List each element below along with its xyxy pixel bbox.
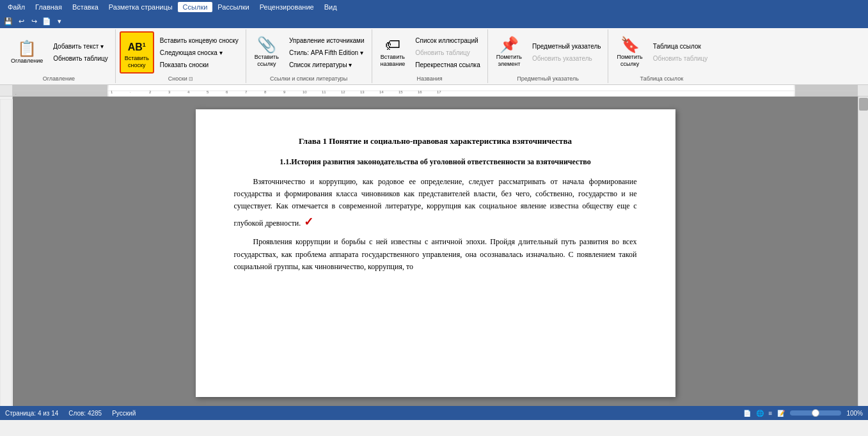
btn-toa-label: Таблица ссылок [653,43,701,50]
btn-update-toa-label: Обновить таблицу [653,55,708,62]
btn-show-footnotes-label: Показать сноски [160,61,209,68]
menu-item-page-layout[interactable]: Разметка страницы [104,2,178,12]
ribbon-group-footnotes: AB1 Вставитьсноску Вставить концевую сно… [116,29,246,83]
svg-text:·: · [15,92,17,96]
toa-group-content: 🔖 Пометитьссылку Таблица ссылок Обновить… [612,31,711,74]
btn-update-index-grayed[interactable]: Обновить указатель [529,53,604,64]
btn-insert-footnote[interactable]: AB1 Вставитьсноску [120,31,154,74]
menu-item-home[interactable]: Главная [30,2,67,12]
menu-item-view[interactable]: Вид [319,2,342,12]
btn-show-footnotes[interactable]: Показать сноски [157,59,242,70]
index-icon: 📌 [500,37,519,52]
left-ruler-panel [0,97,13,406]
btn-bibliography[interactable]: Список литературы ▾ [286,59,368,70]
btn-insert-citation-label: Вставитьссылку [255,54,279,68]
index-small-buttons: Предметный указатель Обновить указатель [529,41,604,64]
toa-group-label: Таблица ссылок [640,74,684,82]
menu-item-references[interactable]: Ссылки [178,2,213,12]
ribbon-group-toc: 📋 Оглавление Добавить текст ▾ Обновить т… [3,29,116,83]
ruler-area: · 1 · 2 3 4 5 6 7 8 9 10 11 12 13 14 15 [0,85,868,97]
captions-group-content: 🏷 Вставитьназвание Список иллюстраций Об… [376,31,484,74]
footnotes-group-content: AB1 Вставитьсноску Вставить концевую сно… [120,31,242,74]
main-area: Глава 1 Понятие и социально-правовая хар… [0,97,868,406]
caption-icon: 🏷 [385,37,400,52]
view-outline-icon[interactable]: ≡ [769,410,773,417]
toa-small-buttons: Таблица ссылок Обновить таблицу [650,41,711,64]
citations-group-content: 📎 Вставитьссылку Управление источниками … [250,31,368,74]
svg-text:15: 15 [398,90,403,94]
btn-insert-toa[interactable]: Таблица ссылок [650,41,711,52]
btn-bibliography-label: Список литературы ▾ [289,61,352,68]
ribbon-group-table-of-authorities: 🔖 Пометитьссылку Таблица ссылок Обновить… [608,29,714,83]
ruler-left-side [0,85,13,96]
qat-redo[interactable]: ↪ [28,15,40,27]
btn-next-footnote[interactable]: Следующая сноска ▾ [157,47,242,58]
qat-new[interactable]: 📄 [41,15,52,27]
qat-dropdown[interactable]: ▾ [54,15,65,27]
menu-item-review[interactable]: Рецензирование [255,2,319,12]
footnotes-expand-icon[interactable]: ⊡ [189,76,193,82]
doc-paragraph-1: Взяточничество и коррупцию, как родовое … [234,176,637,231]
btn-update-toc-label: Обновить таблицу [53,55,108,62]
btn-cross-reference[interactable]: Перекрестная ссылка [412,59,483,70]
citation-small-buttons: Управление источниками Стиль: APA Fifth … [286,35,368,70]
btn-style-dropdown[interactable]: Стиль: APA Fifth Edition ▾ [286,47,368,58]
document-page: Глава 1 Понятие и социально-правовая хар… [196,109,675,397]
document-area[interactable]: Глава 1 Понятие и социально-правовая хар… [13,97,858,406]
toc-group-content: 📋 Оглавление Добавить текст ▾ Обновить т… [6,31,111,74]
ribbon-group-index: 📌 Пометитьэлемент Предметный указатель О… [488,29,609,83]
btn-insert-endnote-label: Вставить концевую сноску [160,37,239,44]
right-scrollbar[interactable] [858,97,868,406]
zoom-slider-thumb[interactable] [812,409,819,417]
status-page: Страница: 4 из 14 [5,410,58,417]
status-bar: Страница: 4 из 14 Слов: 4285 Русский 📄 🌐… [0,406,868,420]
view-draft-icon[interactable]: 📝 [777,410,785,417]
svg-text:10: 10 [303,90,307,94]
btn-update-table-grayed[interactable]: Обновить таблицу [412,47,483,58]
footnote-small-buttons: Вставить концевую сноску Следующая сноск… [157,35,242,70]
ribbon-content: 📋 Оглавление Добавить текст ▾ Обновить т… [0,28,868,84]
btn-manage-sources[interactable]: Управление источниками [286,35,368,46]
svg-rect-21 [0,99,12,406]
checkmark-icon: ✓ [301,215,313,228]
btn-insert-endnote[interactable]: Вставить концевую сноску [157,35,242,46]
btn-tof-label: Список иллюстраций [415,37,478,44]
btn-add-text[interactable]: Добавить текст ▾ [50,41,111,52]
qat-undo[interactable]: ↩ [15,15,27,27]
btn-mark-citation-label: Пометитьссылку [617,54,642,68]
svg-text:17: 17 [437,90,441,94]
citation-icon: 📎 [257,37,276,52]
toc-small-buttons: Добавить текст ▾ Обновить таблицу [50,41,111,64]
svg-text:11: 11 [322,90,326,94]
menu-item-mailings[interactable]: Рассылки [212,2,254,12]
ribbon-group-citations: 📎 Вставитьссылку Управление источниками … [246,29,372,83]
ruler-scrollbar-right [858,85,868,96]
svg-text:13: 13 [360,90,365,94]
btn-index-label: Предметный указатель [532,43,601,50]
ruler-markings: · 1 · 2 3 4 5 6 7 8 9 10 11 12 13 14 15 [13,85,858,97]
view-web-icon[interactable]: 🌐 [756,410,764,417]
captions-group-label: Названия [417,74,443,82]
btn-insert-index[interactable]: Предметный указатель [529,41,604,52]
btn-mark-citation[interactable]: 🔖 Пометитьссылку [612,31,647,74]
qat-save[interactable]: 💾 [3,15,14,27]
view-print-icon[interactable]: 📄 [743,410,751,417]
btn-update-toa-grayed[interactable]: Обновить таблицу [650,53,711,64]
btn-insert-citation[interactable]: 📎 Вставитьссылку [250,31,283,74]
footnote-icon: AB1 [125,36,149,54]
btn-insert-table-of-figures[interactable]: Список иллюстраций [412,35,483,46]
zoom-slider[interactable] [790,410,841,416]
btn-manage-sources-label: Управление источниками [289,37,365,44]
index-group-content: 📌 Пометитьэлемент Предметный указатель О… [492,31,604,74]
footnotes-group-label: Сноски ⊡ [168,74,193,82]
svg-text:16: 16 [418,90,422,94]
btn-insert-caption[interactable]: 🏷 Вставитьназвание [376,31,410,74]
btn-update-toc[interactable]: Обновить таблицу [50,53,111,64]
scrollbar-thumb[interactable] [859,98,868,111]
btn-toc-label: Оглавление [11,58,43,65]
menu-item-file[interactable]: Файл [3,2,30,12]
btn-toc[interactable]: 📋 Оглавление [6,31,47,74]
menu-item-insert[interactable]: Вставка [67,2,104,12]
index-group-label: Предметный указатель [517,74,579,82]
btn-mark-entry[interactable]: 📌 Пометитьэлемент [492,31,526,74]
